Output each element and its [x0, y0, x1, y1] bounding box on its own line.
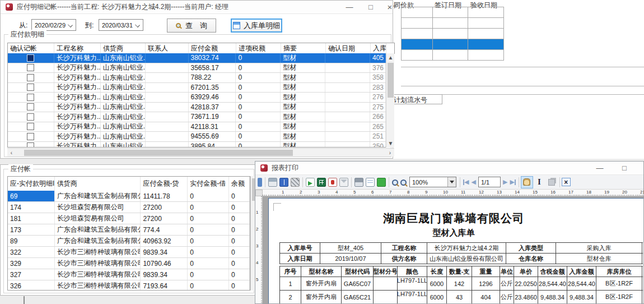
- confirm-checkbox[interactable]: [27, 123, 34, 130]
- query-button[interactable]: 查 询: [167, 19, 216, 33]
- table-row[interactable]: 181长沙坦森贸易有限公司2720000: [8, 213, 250, 224]
- report-titlebar[interactable]: 报表打印: [255, 162, 643, 175]
- table-row[interactable]: 长沙万科魅力...山东南山铝业...94555.690型材251: [8, 132, 386, 142]
- bg-empty-row[interactable]: [402, 50, 503, 61]
- print-setup-icon[interactable]: [354, 178, 363, 187]
- table-row[interactable]: 326长沙市三湘特种玻璃有限公司7193.6400: [8, 280, 250, 291]
- page-input[interactable]: 1/1: [478, 177, 501, 187]
- table-row[interactable]: 89广东合和建筑五金制品有限公司40963.9200: [8, 236, 250, 247]
- table-row[interactable]: 长沙万科魅力...山东南山铝业...42118.310型材265: [8, 122, 386, 132]
- scroll-up-icon[interactable]: ▲: [386, 53, 395, 62]
- package-icon[interactable]: [377, 178, 386, 187]
- scroll-down-icon[interactable]: ▼: [386, 139, 395, 148]
- table-cell: 山东南山铝业...: [101, 103, 146, 112]
- table-row[interactable]: 69广东合和建筑五金制品有限公司11411.7800: [8, 191, 250, 202]
- table-row[interactable]: 长沙万科魅力...山东南山铝业...42818.370型材275: [8, 103, 386, 113]
- table-cell: 长沙万科魅力...: [54, 73, 101, 82]
- bg-empty-row[interactable]: [402, 29, 503, 39]
- inbound-detail-button[interactable]: 入库单明细: [231, 19, 282, 33]
- zoom-out-icon[interactable]: [400, 179, 407, 186]
- table-cell: 11411.78: [141, 191, 188, 201]
- bg-empty-row[interactable]: [402, 7, 503, 18]
- confirm-checkbox[interactable]: [27, 64, 34, 71]
- header-row[interactable]: 序号型材名称型材代码型材分号颜色长度数量-支重量单位单价含税金额入库金额库房库位: [280, 266, 643, 277]
- table-row[interactable]: 长沙万科魅力...山东南山铝业...35658.170型材376: [8, 63, 386, 73]
- ruler-number: 15: [533, 190, 538, 195]
- chevron-down-icon[interactable]: [447, 177, 456, 187]
- pdf-export-icon[interactable]: [328, 178, 337, 187]
- panel-icon[interactable]: [258, 178, 262, 187]
- hand-tool-button[interactable]: [521, 176, 533, 188]
- prev-page-button[interactable]: ◀: [471, 178, 475, 186]
- maximize-button[interactable]: □: [616, 162, 633, 175]
- table-row[interactable]: 327长沙市三湘特种玻璃有限公司9839.3400: [8, 269, 250, 280]
- table-cell: 251: [370, 132, 386, 141]
- bg-empty-cell: [468, 50, 503, 60]
- table-row[interactable]: 长沙万科魅力...山东南山铝业...67201.350型材283: [8, 83, 386, 93]
- table-row[interactable]: 长沙万科魅力...山东南山铝业...73671.190型材266: [8, 112, 386, 122]
- confirm-checkbox[interactable]: [27, 142, 34, 148]
- table-row[interactable]: 173广东合和建筑五金制品有限公司774.400: [8, 224, 250, 236]
- scrollbar-thumb[interactable]: [388, 63, 394, 98]
- from-date-combo[interactable]: 2020/02/29: [31, 19, 76, 31]
- payable-account-table[interactable]: 69广东合和建筑五金制品有限公司11411.7800174长沙坦森贸易有限公司2…: [7, 191, 250, 291]
- table-row[interactable]: 174长沙坦森贸易有限公司2720000: [8, 202, 250, 213]
- print-preview-area[interactable]: 湖南巨晟门窗幕墙有限公司 型材入库单 入库单号型材_405工程名称长沙万科魅力之…: [263, 196, 643, 303]
- bg-empty-grid[interactable]: [401, 7, 504, 61]
- bg-empty-row[interactable]: [402, 39, 503, 50]
- table-row[interactable]: 入库单号型材_405工程名称长沙万科魅力之城4.2期入库类型采购入库: [280, 243, 643, 254]
- confirm-checkbox[interactable]: [27, 103, 34, 110]
- last-page-button[interactable]: ▶: [510, 178, 515, 186]
- confirm-checkbox[interactable]: [27, 133, 34, 140]
- mail-icon[interactable]: [339, 178, 348, 187]
- excel-export-icon[interactable]: [317, 178, 326, 187]
- scrollbar-thumb[interactable]: [24, 150, 293, 156]
- ruler-number: 18: [586, 190, 591, 195]
- confirm-checkbox[interactable]: [27, 54, 34, 62]
- payable-detail-window: 应付明细记帐------当前工程: 长沙万科魅力之城4.2期------当前用户…: [0, 0, 393, 159]
- minimize-button[interactable]: —: [341, 1, 358, 14]
- table-row[interactable]: 入库日期2019/10/07供方名称山东南山铝业股份有限公司仓库名称型材仓库: [280, 254, 643, 264]
- export-icon[interactable]: [306, 178, 315, 187]
- text-select-button[interactable]: I: [533, 176, 545, 188]
- zoom-in-icon[interactable]: [392, 179, 398, 186]
- table-row[interactable]: 329长沙市三湘特种玻璃有限公司10790.4600: [8, 258, 250, 269]
- to-date-combo[interactable]: 2020/03/31: [99, 19, 143, 31]
- page-value: 1/1: [481, 179, 489, 186]
- table-row[interactable]: 长沙万科魅力...山东南山铝业...63929.460型材276: [8, 93, 386, 103]
- tools-icon[interactable]: [291, 178, 300, 187]
- maximize-button[interactable]: □: [362, 1, 379, 14]
- confirm-checkbox[interactable]: [27, 113, 34, 121]
- zoom-select[interactable]: 100%: [409, 177, 456, 187]
- print-icon[interactable]: [268, 178, 277, 187]
- scroll-right-icon[interactable]: ›: [386, 149, 394, 157]
- next-page-button[interactable]: ▶: [503, 178, 507, 186]
- confirm-checkbox[interactable]: [27, 94, 34, 101]
- table-row[interactable]: 1窗外开内扇GA65C07LH797-1LL60001421296公斤22.02…: [280, 277, 643, 291]
- table-cell: 9839.34: [141, 269, 188, 280]
- close-button[interactable]: ×: [638, 162, 644, 175]
- first-page-button[interactable]: ◀: [463, 178, 469, 186]
- bg-empty-row[interactable]: [402, 18, 503, 29]
- scroll-left-icon[interactable]: ‹: [7, 149, 16, 157]
- table-row[interactable]: 长沙万科魅力山东南山铝业3895.840型材250: [8, 142, 386, 148]
- table-row[interactable]: 长沙万科魅力...山东南山铝业...38032.740型材405: [8, 53, 386, 63]
- column-header: 余额: [229, 177, 250, 191]
- page-setup-icon[interactable]: [366, 178, 375, 187]
- confirm-checkbox[interactable]: [27, 84, 34, 91]
- window1-titlebar[interactable]: 应付明细记帐------当前工程: 长沙万科魅力之城4.2期------当前用户…: [1, 1, 393, 14]
- column-header: 入库: [371, 43, 386, 53]
- vertical-scrollbar[interactable]: ▲ ▼: [386, 53, 394, 148]
- minimize-button[interactable]: —: [591, 162, 608, 175]
- payable-detail-table[interactable]: 长沙万科魅力...山东南山铝业...38032.740型材405长沙万科魅力..…: [7, 53, 386, 148]
- table-row[interactable]: 322长沙市三湘特种玻璃有限公司9839.3400: [8, 247, 250, 258]
- confirm-checkbox[interactable]: [27, 74, 34, 81]
- table-cell: 广东合和建筑五金制品有限公司: [55, 191, 141, 201]
- horizontal-scrollbar[interactable]: ‹ ›: [7, 148, 394, 156]
- table-row[interactable]: 2窗外开内扇GA65C21LH797-1LL600043404公斤23.4860…: [280, 291, 643, 303]
- table-row[interactable]: 长沙万科魅力...山东南山铝业...788.220型材358: [8, 73, 386, 83]
- copy-button[interactable]: [545, 176, 558, 188]
- close-preview-button[interactable]: ×: [562, 178, 571, 186]
- book-icon[interactable]: [279, 178, 288, 187]
- close-button[interactable]: ×: [381, 1, 398, 14]
